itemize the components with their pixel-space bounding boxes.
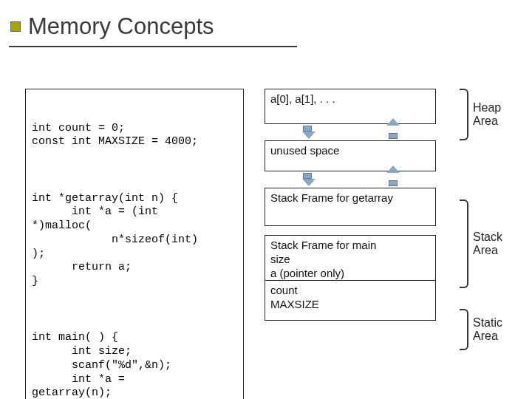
stack-frame-main-line: size	[270, 253, 430, 267]
heap-label-line: Area	[473, 115, 501, 128]
code-line: int count = 0;	[32, 122, 125, 134]
heap-label-line: Heap	[473, 101, 501, 115]
arrow-down-icon	[302, 126, 313, 139]
stack-label-line: Stack	[473, 231, 502, 244]
title-underline	[9, 46, 297, 47]
code-line: *)malloc(	[32, 219, 92, 232]
code-line: }	[32, 275, 38, 287]
heap-brace-group: Heap Area	[460, 89, 519, 140]
code-column: int count = 0; const int MAXSIZE = 4000;…	[25, 89, 244, 399]
code-line: int *a =	[32, 373, 125, 386]
code-line: int size;	[32, 345, 132, 358]
code-line: const int MAXSIZE = 4000;	[32, 135, 198, 148]
code-block-getarray: int *getarray(int n) { int *a = (int *)m…	[32, 192, 237, 289]
brace-icon	[460, 200, 468, 288]
stack-frame-getarray-box: Stack Frame for getarray	[265, 188, 436, 226]
code-line: n*sizeof(int)	[32, 233, 198, 246]
static-label: Static Area	[473, 316, 502, 344]
static-line: count	[270, 284, 430, 298]
arrow-up-icon	[388, 173, 398, 186]
code-line: int main( ) {	[32, 331, 118, 344]
title-row: Memory Concepts	[0, 0, 532, 40]
code-line: );	[32, 248, 45, 260]
content-area: int count = 0; const int MAXSIZE = 4000;…	[25, 89, 436, 399]
static-line: MAXSIZE	[270, 298, 430, 312]
stack-frame-main-box: Stack Frame for main size a (pointer onl…	[265, 235, 436, 281]
heap-box: a[0], a[1], . . .	[265, 89, 436, 124]
code-block-main: int main( ) { int size; scanf("%d",&n); …	[32, 331, 237, 399]
memory-column: a[0], a[1], . . . unused space Stack Fra…	[265, 89, 436, 321]
brace-icon	[460, 89, 468, 140]
heap-label: Heap Area	[473, 101, 501, 129]
page-title: Memory Concepts	[28, 13, 214, 40]
static-brace-group: Static Area	[460, 309, 519, 350]
stack-frame-main-line: a (pointer only)	[270, 267, 430, 281]
arrow-down-icon	[302, 173, 313, 186]
title-bullet-icon	[10, 21, 21, 32]
heap-items: a[0], a[1], . . .	[270, 92, 335, 105]
code-line: getarray(n);	[32, 386, 112, 399]
gap-arrows	[265, 171, 436, 188]
stack-label: Stack Area	[473, 231, 502, 258]
stack-brace-group: Stack Area	[460, 200, 519, 288]
gap-arrows	[265, 124, 436, 140]
code-line: return a;	[32, 261, 132, 273]
stack-frame-getarray-label: Stack Frame for getarray	[270, 191, 393, 204]
static-label-line: Static	[473, 316, 502, 330]
stack-label-line: Area	[473, 244, 502, 257]
brace-icon	[460, 309, 468, 350]
heap-stack-gap	[265, 124, 436, 140]
unused-box: unused space	[265, 140, 436, 171]
spacer	[265, 226, 436, 235]
arrow-up-icon	[388, 126, 398, 139]
code-line: int *getarray(int n) {	[32, 192, 178, 205]
code-line: scanf("%d",&n);	[32, 359, 171, 372]
code-line: int *a = (int	[32, 205, 158, 218]
stack-frame-main-line: Stack Frame for main	[270, 239, 430, 253]
static-box: count MAXSIZE	[265, 281, 436, 321]
static-label-line: Area	[473, 330, 502, 343]
code-block-globals: int count = 0; const int MAXSIZE = 4000;	[32, 122, 237, 150]
unused-label: unused space	[270, 144, 339, 157]
unused-stack-gap	[265, 171, 436, 188]
